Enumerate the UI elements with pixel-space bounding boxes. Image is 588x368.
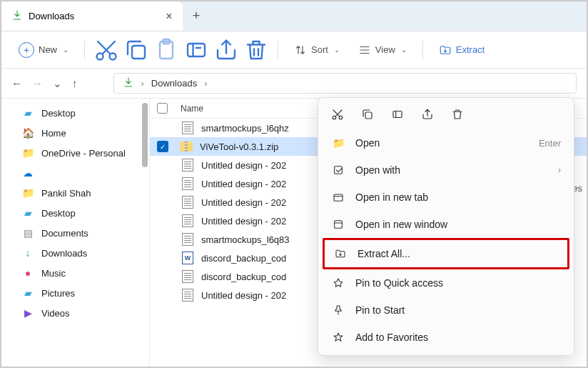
copy-button[interactable] xyxy=(123,37,149,63)
tab-title: Downloads xyxy=(29,11,74,21)
ctx-open[interactable]: 📁 Open Enter xyxy=(323,129,569,156)
svg-rect-2 xyxy=(132,46,145,59)
ctx-pin-quick[interactable]: Pin to Quick access xyxy=(323,269,569,297)
new-label: New xyxy=(39,44,57,55)
pin-icon xyxy=(331,276,345,290)
share-button[interactable] xyxy=(213,37,239,63)
scrollbar-thumb[interactable] xyxy=(142,103,148,167)
chevron-down-icon: ⌄ xyxy=(401,46,407,54)
sidebar-item-home[interactable]: 🏠Home xyxy=(1,123,149,143)
folder-icon: 📁 xyxy=(331,136,345,150)
sort-label: Sort xyxy=(311,44,328,55)
chevron-down-icon: ⌄ xyxy=(63,46,69,54)
tab-icon xyxy=(331,190,345,204)
close-icon[interactable]: × xyxy=(166,10,172,23)
document-icon xyxy=(181,121,194,134)
nav-bar: ← → ⌄ ↑ › Downloads › xyxy=(1,69,587,99)
sidebar-item-onedrive-cloud[interactable]: ☁ xyxy=(1,163,149,183)
document-icon xyxy=(181,214,194,227)
recent-button[interactable]: ⌄ xyxy=(53,77,62,90)
breadcrumb-sep: › xyxy=(204,78,207,89)
videos-icon: ▶ xyxy=(21,307,34,319)
download-icon xyxy=(123,76,134,90)
sidebar-item-documents[interactable]: ▤Documents xyxy=(1,223,149,243)
ctx-extract-all[interactable]: Extract All... xyxy=(323,238,569,269)
share-icon[interactable] xyxy=(420,106,435,122)
shortcut-hint: Enter xyxy=(539,138,561,149)
address-bar[interactable]: › Downloads › xyxy=(113,73,577,94)
svg-rect-10 xyxy=(335,166,343,174)
ctx-add-favorites[interactable]: Add to Favorites xyxy=(323,324,569,351)
sidebar-item-desktop2[interactable]: ▰Desktop xyxy=(1,203,149,223)
pictures-icon: ▰ xyxy=(21,287,34,299)
up-button[interactable]: ↑ xyxy=(72,77,78,90)
desktop-icon: ▰ xyxy=(21,106,34,119)
checkbox-checked-icon[interactable]: ✓ xyxy=(157,141,168,152)
word-icon: W xyxy=(181,252,194,264)
window-icon xyxy=(331,217,345,232)
breadcrumb-sep: › xyxy=(141,78,144,89)
sidebar: ▰Desktop 🏠Home 📁OneDrive - Personal ☁ 📁P… xyxy=(1,99,150,367)
sidebar-item-onedrive[interactable]: 📁OneDrive - Personal xyxy=(1,143,149,163)
folder-icon: 📁 xyxy=(21,187,34,199)
document-icon xyxy=(181,270,194,283)
extract-label: Extract xyxy=(456,44,485,55)
ctx-open-new-window[interactable]: Open in new window xyxy=(323,211,569,238)
zip-icon xyxy=(180,140,193,153)
separator xyxy=(422,41,423,59)
svg-rect-12 xyxy=(335,221,343,229)
extract-button[interactable]: Extract xyxy=(432,39,492,61)
home-icon: 🏠 xyxy=(21,126,34,139)
document-icon: ▤ xyxy=(21,227,34,239)
select-all-checkbox[interactable] xyxy=(157,103,168,114)
delete-button[interactable] xyxy=(243,37,269,63)
rename-button[interactable] xyxy=(183,37,209,63)
chevron-down-icon: ⌄ xyxy=(334,46,340,54)
document-icon xyxy=(181,159,194,171)
rename-icon[interactable] xyxy=(390,106,405,122)
new-button[interactable]: + New ⌄ xyxy=(11,38,76,62)
paste-button[interactable] xyxy=(153,37,179,63)
sidebar-item-music[interactable]: ●Music xyxy=(1,263,149,283)
view-label: View xyxy=(375,44,395,55)
sidebar-item-user[interactable]: 📁Pankil Shah xyxy=(1,183,149,203)
document-icon xyxy=(181,177,194,190)
cut-button[interactable] xyxy=(93,37,119,63)
copy-icon[interactable] xyxy=(360,106,375,122)
document-icon xyxy=(181,289,194,302)
ctx-open-new-tab[interactable]: Open in new tab xyxy=(323,184,569,211)
separator xyxy=(84,41,85,59)
download-icon: ↓ xyxy=(21,247,34,259)
column-name[interactable]: Name xyxy=(181,104,203,114)
separator xyxy=(278,41,278,59)
sidebar-item-videos[interactable]: ▶Videos xyxy=(1,303,149,323)
nav-arrows: ← → ⌄ ↑ xyxy=(11,77,78,90)
tab-bar: Downloads × + xyxy=(1,1,587,31)
svg-rect-9 xyxy=(393,111,402,118)
back-button[interactable]: ← xyxy=(11,77,22,90)
folder-icon: 📁 xyxy=(21,146,34,159)
tab-downloads[interactable]: Downloads × xyxy=(1,1,183,31)
chevron-right-icon: › xyxy=(558,165,561,175)
ctx-pin-start[interactable]: Pin to Start xyxy=(323,297,569,324)
extract-icon xyxy=(333,247,348,261)
delete-icon[interactable] xyxy=(450,106,465,122)
context-icon-row xyxy=(323,102,569,129)
sidebar-item-desktop[interactable]: ▰Desktop xyxy=(1,103,149,123)
sidebar-item-pictures[interactable]: ▰Pictures xyxy=(1,283,149,303)
open-with-icon xyxy=(331,163,345,177)
sidebar-item-downloads[interactable]: ↓Downloads xyxy=(1,243,149,263)
toolbar: + New ⌄ Sort ⌄ View ⌄ Extract xyxy=(1,31,587,69)
context-menu: 📁 Open Enter Open with › Open in new tab… xyxy=(318,97,574,356)
view-button[interactable]: View ⌄ xyxy=(351,39,414,61)
cut-icon[interactable] xyxy=(330,106,345,122)
ctx-open-with[interactable]: Open with › xyxy=(323,156,569,184)
new-tab-button[interactable]: + xyxy=(193,9,201,24)
star-icon xyxy=(331,330,345,344)
sort-button[interactable]: Sort ⌄ xyxy=(287,39,347,61)
cloud-icon: ☁ xyxy=(21,166,34,179)
svg-rect-5 xyxy=(188,44,205,56)
svg-rect-8 xyxy=(365,112,372,119)
forward-button[interactable]: → xyxy=(32,77,43,90)
breadcrumb-folder[interactable]: Downloads xyxy=(151,78,197,89)
